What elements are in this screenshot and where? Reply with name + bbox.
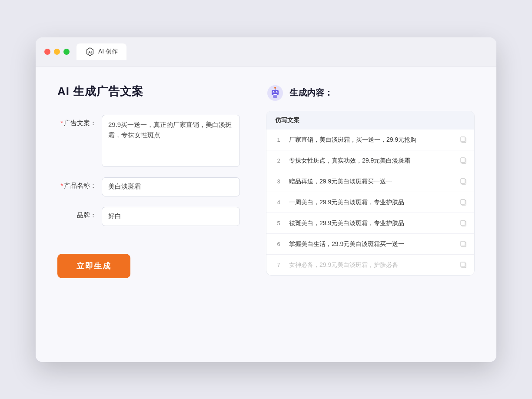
copy-icon[interactable] [459,240,467,248]
required-star-2: * [60,182,63,189]
ad-copy-label: *广告文案： [57,115,96,127]
copy-icon[interactable] [459,177,467,185]
close-button[interactable] [44,49,50,55]
ad-copy-textarea[interactable]: 29.9买一送一，真正的厂家直销，美白淡斑霜，专抹女性斑点 [102,115,240,167]
svg-rect-8 [273,94,277,95]
tab-ai-creation[interactable]: AI AI 创作 [76,43,126,60]
titlebar: AI AI 创作 [36,37,496,66]
tab-label: AI 创作 [98,48,118,56]
table-row: 4 一周美白，29.9元美白淡斑霜，专业护肤品 [266,192,474,213]
brand-label: 品牌： [57,207,96,219]
row-number: 4 [273,199,284,206]
result-header: 生成内容： [266,84,475,102]
result-rows-container: 1 厂家直销，美白淡斑霜，买一送一，29.9元抢购 2 专抹女性斑点，真实功效，… [266,130,474,275]
svg-rect-21 [461,220,465,225]
copy-icon[interactable] [459,198,467,206]
svg-rect-11 [273,95,277,98]
copy-icon[interactable] [459,156,467,164]
table-row: 6 掌握美白生活，29.9元美白淡斑霜买一送一 [266,234,474,255]
required-star-1: * [60,119,63,126]
svg-rect-17 [461,179,465,183]
product-name-label: *产品名称： [57,177,96,190]
product-name-group: *产品名称： [57,177,240,196]
robot-icon [266,84,284,102]
table-row: 1 厂家直销，美白淡斑霜，买一送一，29.9元抢购 [266,130,474,150]
main-layout: AI 生成广告文案 *广告文案： 29.9买一送一，真正的厂家直销，美白淡斑霜，… [57,84,475,278]
svg-rect-19 [461,200,465,204]
page-title: AI 生成广告文案 [57,84,240,99]
maximize-button[interactable] [63,49,70,55]
row-text: 掌握美白生活，29.9元美白淡斑霜买一送一 [289,239,454,249]
table-header: 仿写文案 [266,111,474,130]
table-row: 2 专抹女性斑点，真实功效，29.9元美白淡斑霜 [266,150,474,171]
table-row: 5 祛斑美白，29.9元美白淡斑霜，专业护肤品 [266,213,474,234]
right-panel: 生成内容： 仿写文案 1 厂家直销，美白淡斑霜，买一送一，29.9元抢购 2 专… [266,84,475,278]
copy-icon[interactable] [459,261,467,269]
result-table: 仿写文案 1 厂家直销，美白淡斑霜，买一送一，29.9元抢购 2 专抹女性斑点，… [266,111,475,276]
generate-button[interactable]: 立即生成 [57,254,130,278]
browser-window: AI AI 创作 AI 生成广告文案 *广告文案： 29.9买一送一，真正的厂家… [36,37,496,362]
row-text: 专抹女性斑点，真实功效，29.9元美白淡斑霜 [289,156,454,165]
browser-content: AI 生成广告文案 *广告文案： 29.9买一送一，真正的厂家直销，美白淡斑霜，… [36,66,496,362]
ai-tab-icon: AI [85,47,95,57]
product-name-input[interactable] [102,177,240,196]
ad-copy-group: *广告文案： 29.9买一送一，真正的厂家直销，美白淡斑霜，专抹女性斑点 [57,115,240,167]
copy-icon[interactable] [459,219,467,227]
row-text: 女神必备，29.9元美白淡斑霜，护肤必备 [289,260,454,269]
row-number: 7 [273,262,284,268]
row-text: 一周美白，29.9元美白淡斑霜，专业护肤品 [289,198,454,207]
traffic-lights [44,49,70,55]
left-panel: AI 生成广告文案 *广告文案： 29.9买一送一，真正的厂家直销，美白淡斑霜，… [57,84,240,278]
row-number: 1 [273,136,284,143]
table-row: 3 赠品再送，29.9元美白淡斑霜买一送一 [266,171,474,192]
minimize-button[interactable] [54,49,60,55]
table-row: 7 女神必备，29.9元美白淡斑霜，护肤必备 [266,255,474,275]
svg-rect-23 [461,241,465,246]
result-title: 生成内容： [289,87,333,99]
row-text: 祛斑美白，29.9元美白淡斑霜，专业护肤品 [289,219,454,228]
row-number: 2 [273,157,284,164]
row-text: 厂家直销，美白淡斑霜，买一送一，29.9元抢购 [289,135,454,144]
svg-point-7 [276,92,277,93]
svg-rect-25 [461,262,465,267]
svg-rect-15 [461,158,465,163]
row-number: 6 [273,241,284,247]
row-number: 5 [273,220,284,226]
svg-point-10 [274,87,276,89]
row-text: 赠品再送，29.9元美白淡斑霜买一送一 [289,177,454,186]
svg-rect-13 [461,137,465,142]
copy-icon[interactable] [459,136,467,143]
svg-text:AI: AI [88,50,92,54]
row-number: 3 [273,178,284,185]
brand-input[interactable] [102,207,240,226]
brand-group: 品牌： [57,207,240,226]
svg-point-6 [273,92,274,93]
